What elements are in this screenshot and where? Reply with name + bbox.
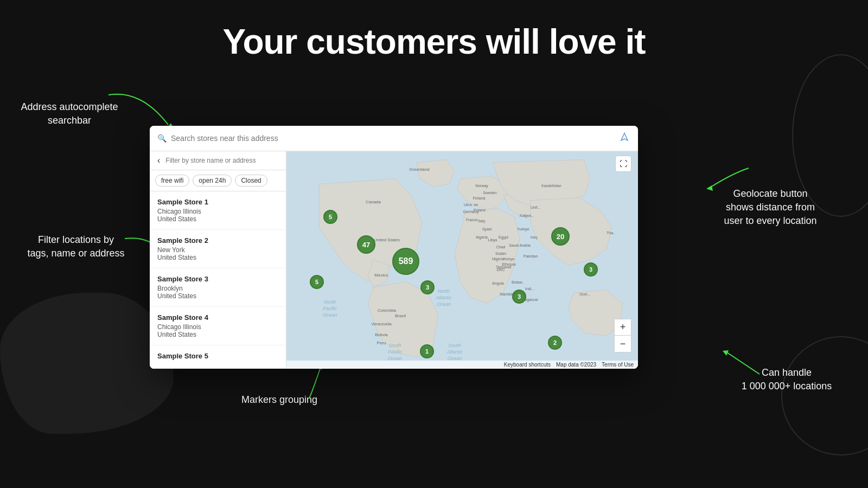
- svg-text:Nigeria: Nigeria: [492, 257, 504, 261]
- svg-text:Ocei...: Ocei...: [579, 292, 590, 296]
- map-marker-5-west[interactable]: 5: [310, 275, 324, 289]
- page-title: Your customers will love it: [0, 22, 868, 62]
- store-city-2: New York: [157, 246, 278, 254]
- svg-text:Iraq: Iraq: [531, 235, 537, 240]
- svg-text:Ocean: Ocean: [388, 356, 403, 361]
- map-marker-20-europe[interactable]: 20: [551, 227, 570, 246]
- store-country-2: United States: [157, 254, 278, 261]
- geolocate-button[interactable]: [618, 131, 630, 145]
- store-item-1[interactable]: Sample Store 1 Chicago Illinois United S…: [150, 191, 286, 230]
- store-item-4[interactable]: Sample Store 4 Chicago Illinois United S…: [150, 307, 286, 345]
- svg-text:Atlantic: Atlantic: [435, 295, 452, 300]
- map-marker-589[interactable]: 589: [392, 248, 419, 275]
- store-item-5[interactable]: Sample Store 5: [150, 345, 286, 369]
- map-marker-2-south-africa[interactable]: 2: [548, 336, 562, 350]
- svg-text:Angola: Angola: [492, 281, 504, 286]
- store-city-3: Brooklyn: [157, 285, 278, 292]
- map-controls: ⛶: [615, 156, 631, 172]
- svg-text:Canada: Canada: [366, 200, 381, 204]
- svg-text:Turkiye: Turkiye: [517, 227, 529, 232]
- store-country-1: United States: [157, 215, 278, 223]
- svg-text:Brazil: Brazil: [395, 313, 406, 318]
- store-country-4: United States: [157, 331, 278, 338]
- map-data-label: Map data ©2023: [556, 362, 596, 368]
- svg-text:Finland: Finland: [473, 196, 486, 200]
- svg-text:Ethiopia: Ethiopia: [502, 262, 515, 267]
- svg-text:Kalgos..: Kalgos..: [520, 214, 533, 218]
- svg-text:Algeria: Algeria: [476, 235, 488, 240]
- svg-text:Pacific: Pacific: [388, 349, 403, 355]
- fullscreen-button[interactable]: ⛶: [615, 156, 631, 172]
- annotation-filter-locations: Filter locations bytags, name or address: [16, 233, 136, 260]
- svg-text:Ocean: Ocean: [323, 312, 337, 318]
- svg-text:Ocean: Ocean: [437, 301, 451, 307]
- store-item-2[interactable]: Sample Store 2 New York United States: [150, 230, 286, 268]
- svg-text:Mexico: Mexico: [374, 273, 388, 278]
- map-marker-1-south-pacific[interactable]: 1: [420, 344, 434, 358]
- svg-text:France: France: [466, 218, 478, 222]
- tag-closed[interactable]: Closed: [235, 175, 267, 187]
- terms-of-use-link[interactable]: Terms of Use: [602, 362, 634, 368]
- svg-text:United States: United States: [374, 237, 400, 242]
- world-map: North Pacific Ocean North Atlantic Ocean…: [286, 151, 638, 369]
- tag-free-wifi[interactable]: free wifi: [155, 175, 189, 187]
- svg-text:Saudi Arabia: Saudi Arabia: [509, 243, 531, 247]
- stores-list: Sample Store 1 Chicago Illinois United S…: [150, 191, 286, 369]
- svg-text:Colombia: Colombia: [378, 308, 396, 313]
- svg-text:Chad: Chad: [496, 245, 506, 249]
- keyboard-shortcuts-link[interactable]: Keyboard shortcuts: [504, 362, 551, 368]
- svg-text:Ukra..ne: Ukra..ne: [464, 203, 478, 207]
- svg-text:Kazakhstan: Kazakhstan: [541, 184, 561, 188]
- search-icon: 🔍: [157, 134, 167, 143]
- search-bar: 🔍: [150, 126, 638, 151]
- zoom-in-button[interactable]: +: [615, 319, 631, 336]
- svg-text:South: South: [448, 343, 461, 348]
- svg-text:Ocean: Ocean: [448, 356, 462, 361]
- store-name-5: Sample Store 5: [157, 352, 278, 360]
- store-name-1: Sample Store 1: [157, 198, 278, 206]
- map-marker-3-africa[interactable]: 3: [512, 290, 526, 304]
- store-name-2: Sample Store 2: [157, 236, 278, 245]
- store-list-panel: ‹ free wifi open 24h Closed Sample Store…: [150, 151, 286, 369]
- store-locator-widget: 🔍 ‹ free wifi open 24h Closed: [150, 126, 638, 369]
- svg-text:South: South: [388, 343, 401, 348]
- store-name-4: Sample Store 4: [157, 313, 278, 322]
- svg-text:Botaw..: Botaw..: [512, 280, 524, 284]
- search-input[interactable]: [171, 134, 614, 143]
- svg-text:North: North: [324, 299, 336, 305]
- arrow-geolocate: [694, 157, 760, 201]
- back-button[interactable]: ‹: [155, 156, 162, 165]
- tag-open-24h[interactable]: open 24h: [193, 175, 232, 187]
- filter-row: ‹: [150, 151, 286, 170]
- map-marker-5-north[interactable]: 5: [323, 210, 337, 224]
- svg-text:Sweden: Sweden: [483, 191, 496, 195]
- svg-text:Indi...: Indi...: [525, 287, 534, 291]
- store-city-1: Chicago Illinois: [157, 208, 278, 215]
- svg-text:Libya: Libya: [488, 238, 497, 242]
- svg-text:Venezuela: Venezuela: [371, 322, 392, 326]
- svg-text:Unif...: Unif...: [531, 206, 540, 209]
- blob-right-bottom-decoration: [781, 336, 868, 455]
- svg-text:Pakistan: Pakistan: [524, 254, 538, 258]
- svg-text:Kenya: Kenya: [503, 257, 514, 261]
- svg-text:Bolivia: Bolivia: [375, 332, 388, 337]
- svg-text:Sudan: Sudan: [495, 252, 506, 255]
- store-item-3[interactable]: Sample Store 3 Brooklyn United States: [150, 268, 286, 307]
- svg-text:Atlantic: Atlantic: [446, 349, 463, 355]
- map-marker-3-south-america[interactable]: 3: [420, 280, 435, 294]
- store-city-4: Chicago Illinois: [157, 323, 278, 331]
- store-name-3: Sample Store 3: [157, 275, 278, 283]
- map-marker-47[interactable]: 47: [357, 235, 375, 254]
- svg-text:Spain: Spain: [482, 227, 492, 232]
- map-panel[interactable]: North Pacific Ocean North Atlantic Ocean…: [286, 151, 638, 369]
- svg-text:Egypt: Egypt: [499, 235, 508, 240]
- map-marker-3-middle-east[interactable]: 3: [584, 262, 598, 277]
- svg-text:Namibia: Namibia: [500, 292, 514, 296]
- tags-row: free wifi open 24h Closed: [150, 170, 286, 191]
- svg-text:North: North: [438, 288, 450, 294]
- blob-left-decoration: [0, 293, 174, 434]
- zoom-controls: + −: [614, 319, 631, 352]
- arrow-can-handle: [716, 336, 770, 380]
- filter-input[interactable]: [165, 157, 280, 164]
- zoom-out-button[interactable]: −: [615, 336, 631, 352]
